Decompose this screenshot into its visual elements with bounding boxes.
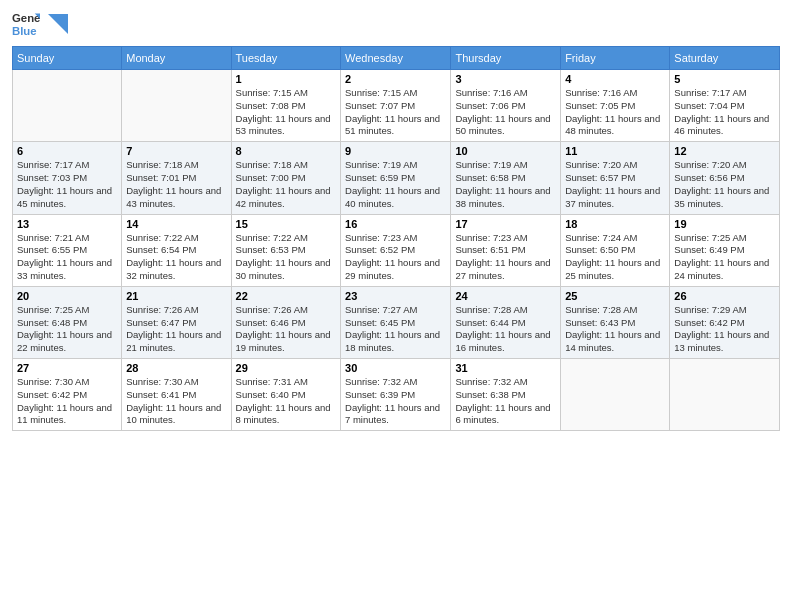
calendar-cell: 2Sunrise: 7:15 AM Sunset: 7:07 PM Daylig… — [341, 70, 451, 142]
calendar-cell: 5Sunrise: 7:17 AM Sunset: 7:04 PM Daylig… — [670, 70, 780, 142]
day-number: 16 — [345, 218, 446, 230]
day-info: Sunrise: 7:20 AM Sunset: 6:57 PM Dayligh… — [565, 159, 665, 210]
calendar-cell: 30Sunrise: 7:32 AM Sunset: 6:39 PM Dayli… — [341, 359, 451, 431]
calendar-cell: 31Sunrise: 7:32 AM Sunset: 6:38 PM Dayli… — [451, 359, 561, 431]
col-saturday: Saturday — [670, 47, 780, 70]
calendar-cell: 26Sunrise: 7:29 AM Sunset: 6:42 PM Dayli… — [670, 286, 780, 358]
day-number: 19 — [674, 218, 775, 230]
day-number: 15 — [236, 218, 336, 230]
day-number: 3 — [455, 73, 556, 85]
day-number: 9 — [345, 145, 446, 157]
day-info: Sunrise: 7:16 AM Sunset: 7:05 PM Dayligh… — [565, 87, 665, 138]
calendar-cell: 15Sunrise: 7:22 AM Sunset: 6:53 PM Dayli… — [231, 214, 340, 286]
col-monday: Monday — [122, 47, 231, 70]
day-number: 12 — [674, 145, 775, 157]
calendar-cell: 29Sunrise: 7:31 AM Sunset: 6:40 PM Dayli… — [231, 359, 340, 431]
calendar-cell: 9Sunrise: 7:19 AM Sunset: 6:59 PM Daylig… — [341, 142, 451, 214]
calendar-cell: 4Sunrise: 7:16 AM Sunset: 7:05 PM Daylig… — [561, 70, 670, 142]
calendar-table: Sunday Monday Tuesday Wednesday Thursday… — [12, 46, 780, 431]
day-info: Sunrise: 7:32 AM Sunset: 6:39 PM Dayligh… — [345, 376, 446, 427]
calendar-cell — [561, 359, 670, 431]
calendar-cell: 16Sunrise: 7:23 AM Sunset: 6:52 PM Dayli… — [341, 214, 451, 286]
logo-icon: General Blue — [12, 10, 40, 38]
calendar-cell: 12Sunrise: 7:20 AM Sunset: 6:56 PM Dayli… — [670, 142, 780, 214]
day-info: Sunrise: 7:28 AM Sunset: 6:43 PM Dayligh… — [565, 304, 665, 355]
day-number: 1 — [236, 73, 336, 85]
day-info: Sunrise: 7:20 AM Sunset: 6:56 PM Dayligh… — [674, 159, 775, 210]
day-info: Sunrise: 7:18 AM Sunset: 7:00 PM Dayligh… — [236, 159, 336, 210]
page-container: General Blue Sunday Monday Tuesday Wedne… — [0, 0, 792, 439]
calendar-cell: 6Sunrise: 7:17 AM Sunset: 7:03 PM Daylig… — [13, 142, 122, 214]
day-info: Sunrise: 7:19 AM Sunset: 6:58 PM Dayligh… — [455, 159, 556, 210]
day-number: 11 — [565, 145, 665, 157]
day-info: Sunrise: 7:23 AM Sunset: 6:52 PM Dayligh… — [345, 232, 446, 283]
day-info: Sunrise: 7:17 AM Sunset: 7:04 PM Dayligh… — [674, 87, 775, 138]
day-info: Sunrise: 7:16 AM Sunset: 7:06 PM Dayligh… — [455, 87, 556, 138]
day-number: 5 — [674, 73, 775, 85]
day-number: 14 — [126, 218, 226, 230]
calendar-cell: 8Sunrise: 7:18 AM Sunset: 7:00 PM Daylig… — [231, 142, 340, 214]
day-info: Sunrise: 7:21 AM Sunset: 6:55 PM Dayligh… — [17, 232, 117, 283]
day-info: Sunrise: 7:31 AM Sunset: 6:40 PM Dayligh… — [236, 376, 336, 427]
calendar-cell: 24Sunrise: 7:28 AM Sunset: 6:44 PM Dayli… — [451, 286, 561, 358]
day-number: 7 — [126, 145, 226, 157]
calendar-week-row: 13Sunrise: 7:21 AM Sunset: 6:55 PM Dayli… — [13, 214, 780, 286]
calendar-cell: 11Sunrise: 7:20 AM Sunset: 6:57 PM Dayli… — [561, 142, 670, 214]
calendar-cell: 27Sunrise: 7:30 AM Sunset: 6:42 PM Dayli… — [13, 359, 122, 431]
day-number: 20 — [17, 290, 117, 302]
calendar-cell: 25Sunrise: 7:28 AM Sunset: 6:43 PM Dayli… — [561, 286, 670, 358]
calendar-cell: 13Sunrise: 7:21 AM Sunset: 6:55 PM Dayli… — [13, 214, 122, 286]
day-number: 17 — [455, 218, 556, 230]
calendar-cell — [13, 70, 122, 142]
calendar-cell: 23Sunrise: 7:27 AM Sunset: 6:45 PM Dayli… — [341, 286, 451, 358]
day-number: 27 — [17, 362, 117, 374]
day-number: 13 — [17, 218, 117, 230]
calendar-cell — [670, 359, 780, 431]
day-info: Sunrise: 7:17 AM Sunset: 7:03 PM Dayligh… — [17, 159, 117, 210]
day-number: 29 — [236, 362, 336, 374]
day-info: Sunrise: 7:22 AM Sunset: 6:53 PM Dayligh… — [236, 232, 336, 283]
day-number: 31 — [455, 362, 556, 374]
day-info: Sunrise: 7:26 AM Sunset: 6:46 PM Dayligh… — [236, 304, 336, 355]
calendar-week-row: 20Sunrise: 7:25 AM Sunset: 6:48 PM Dayli… — [13, 286, 780, 358]
col-sunday: Sunday — [13, 47, 122, 70]
day-info: Sunrise: 7:22 AM Sunset: 6:54 PM Dayligh… — [126, 232, 226, 283]
col-thursday: Thursday — [451, 47, 561, 70]
day-info: Sunrise: 7:32 AM Sunset: 6:38 PM Dayligh… — [455, 376, 556, 427]
calendar-cell: 19Sunrise: 7:25 AM Sunset: 6:49 PM Dayli… — [670, 214, 780, 286]
calendar-cell: 14Sunrise: 7:22 AM Sunset: 6:54 PM Dayli… — [122, 214, 231, 286]
calendar-cell: 20Sunrise: 7:25 AM Sunset: 6:48 PM Dayli… — [13, 286, 122, 358]
day-number: 4 — [565, 73, 665, 85]
day-number: 2 — [345, 73, 446, 85]
col-tuesday: Tuesday — [231, 47, 340, 70]
calendar-header-row: Sunday Monday Tuesday Wednesday Thursday… — [13, 47, 780, 70]
day-number: 18 — [565, 218, 665, 230]
calendar-cell — [122, 70, 231, 142]
calendar-week-row: 27Sunrise: 7:30 AM Sunset: 6:42 PM Dayli… — [13, 359, 780, 431]
day-number: 6 — [17, 145, 117, 157]
day-info: Sunrise: 7:23 AM Sunset: 6:51 PM Dayligh… — [455, 232, 556, 283]
calendar-cell: 22Sunrise: 7:26 AM Sunset: 6:46 PM Dayli… — [231, 286, 340, 358]
logo-arrow-icon — [48, 14, 68, 34]
calendar-cell: 28Sunrise: 7:30 AM Sunset: 6:41 PM Dayli… — [122, 359, 231, 431]
day-info: Sunrise: 7:27 AM Sunset: 6:45 PM Dayligh… — [345, 304, 446, 355]
day-info: Sunrise: 7:24 AM Sunset: 6:50 PM Dayligh… — [565, 232, 665, 283]
svg-text:Blue: Blue — [12, 25, 37, 37]
header: General Blue — [12, 10, 780, 38]
day-info: Sunrise: 7:26 AM Sunset: 6:47 PM Dayligh… — [126, 304, 226, 355]
day-number: 22 — [236, 290, 336, 302]
logo: General Blue — [12, 10, 68, 38]
svg-marker-3 — [48, 14, 68, 34]
col-friday: Friday — [561, 47, 670, 70]
day-number: 25 — [565, 290, 665, 302]
calendar-cell: 10Sunrise: 7:19 AM Sunset: 6:58 PM Dayli… — [451, 142, 561, 214]
day-info: Sunrise: 7:15 AM Sunset: 7:08 PM Dayligh… — [236, 87, 336, 138]
day-info: Sunrise: 7:30 AM Sunset: 6:41 PM Dayligh… — [126, 376, 226, 427]
col-wednesday: Wednesday — [341, 47, 451, 70]
day-info: Sunrise: 7:18 AM Sunset: 7:01 PM Dayligh… — [126, 159, 226, 210]
day-number: 10 — [455, 145, 556, 157]
day-info: Sunrise: 7:25 AM Sunset: 6:49 PM Dayligh… — [674, 232, 775, 283]
day-info: Sunrise: 7:25 AM Sunset: 6:48 PM Dayligh… — [17, 304, 117, 355]
day-info: Sunrise: 7:28 AM Sunset: 6:44 PM Dayligh… — [455, 304, 556, 355]
day-number: 30 — [345, 362, 446, 374]
